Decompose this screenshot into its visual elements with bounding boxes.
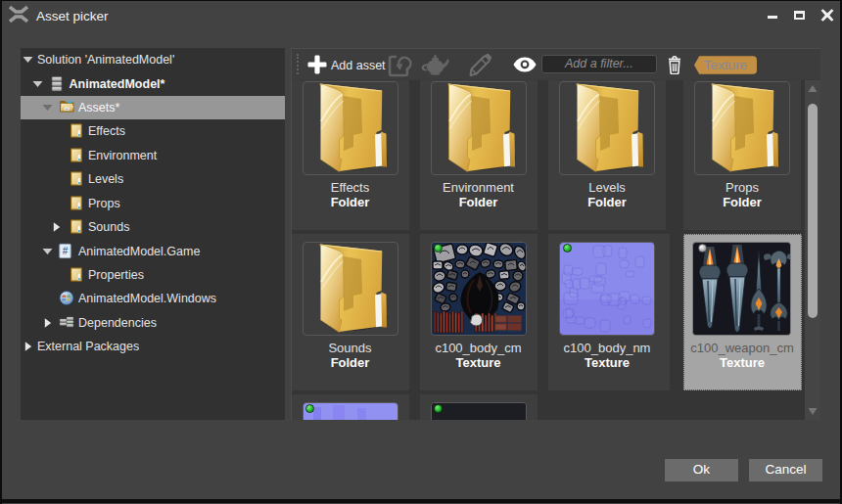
svg-text:#: # bbox=[63, 246, 69, 256]
svg-text:Texture: Texture bbox=[704, 58, 747, 72]
